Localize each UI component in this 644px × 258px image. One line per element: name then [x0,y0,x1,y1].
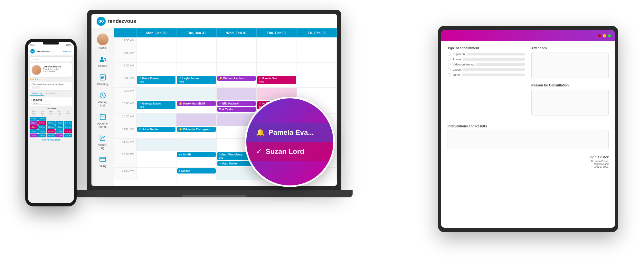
appointment-william-leblanc[interactable]: 🔔 William Leblanc [217,76,256,81]
tablet-attendees: Attendees [531,46,609,78]
cal-header-empty [114,28,137,37]
tablet-radio-group: In person Phone Vide [448,53,525,76]
phone-app-header: GO rendezvous Français [28,48,74,55]
logo-icon: GO [97,17,106,26]
phone-slot [55,117,63,121]
phone-screen: 9:41 100% GO rendezvous Français search [28,42,74,203]
sidebar-appointments-label: Appoint-ments [97,122,108,128]
phone-language[interactable]: Français [63,50,71,53]
appointment-moore[interactable]: e Moore [177,168,215,174]
phone-slot: 3:00 pm [30,121,38,125]
tablet-reason-content: Reason for Consultation [531,84,609,119]
sidebar-avatar [97,34,109,45]
phone-slot: 1:00 am [64,125,72,129]
appt-bell: 🔔 [179,102,183,105]
tablet-radio-phone[interactable]: Phone [448,58,525,61]
appt-check: ✓ [259,77,262,80]
sidebar-item-waiting-list[interactable]: WaitingList [91,88,114,110]
popup-item-pamela[interactable]: 🔔 Pamela Eva... [246,123,333,142]
phone-slot: 5:00 pm [38,129,46,133]
sidebar-item-reporting[interactable]: Report-ing [91,131,114,152]
tablet-titlebar [441,30,615,41]
phone-slot: 5:00 pm [38,125,46,129]
tablet-attendees-title: Attendees [531,46,609,50]
appt-bell: 🔔 [219,77,223,80]
tablet-sig-title: Psychologist [448,163,609,165]
tablet-sig-date: May 2, 2021 [448,165,609,168]
laptop-device: GO rendezvous Profile [87,10,341,229]
phone-week-label: This Week [30,107,72,110]
phone-slot: 9:00 am [55,121,63,125]
tablet-two-col: Type of appointment In person Phone [448,46,609,78]
tablet-sig-name: Dr. Jean Foster [448,160,609,163]
phone-tab-information[interactable]: Information [44,91,59,95]
tablet-reason-box[interactable] [531,90,609,115]
sidebar-item-profile[interactable]: Profile [91,31,114,52]
sidebar-item-clients[interactable]: Clients [91,52,114,70]
tablet-appointment-type: Type of appointment In person Phone [448,46,525,78]
appointment-george-davis[interactable]: ✓ George Davis Paid [137,101,175,109]
svg-rect-7 [100,114,105,120]
tablet-dot-red[interactable] [598,34,601,37]
appointment-elle-padeski[interactable]: ✓ Elle Padeski [217,101,256,106]
appointment-randa-sue[interactable]: ✓ Randa Sue Paid [257,76,296,84]
tablet-dot-green[interactable] [608,34,611,37]
sidebar-item-appointments[interactable]: Appoint-ments [91,110,114,131]
popup-check-icon: ✓ [256,147,262,156]
appointment-harry-mansfield[interactable]: 🔔 Harry Mansfield [177,101,215,106]
tablet-radio-group-opt[interactable]: Group [448,68,525,71]
tablet-attendees-box[interactable] [531,53,609,78]
appt-check: ✓ [219,162,223,165]
tablet-reason-title: Reason for Consultation [531,84,609,87]
appointment-kiera-byrne[interactable]: ✓ Kiera Byrne Paid [137,76,175,84]
sidebar-item-charting[interactable]: Charting [91,70,114,88]
cal-header-thu: Thu, Feb 02 [257,28,297,37]
appointment-layla-james[interactable]: ✓ Layla James Paid [177,76,215,84]
tablet-radio-in-person[interactable]: In person [448,53,525,56]
appointment-es-smith[interactable]: es Smith [177,152,215,157]
phone-slot: 1:00 am [47,125,55,129]
phone-search-bar[interactable]: search [30,56,72,62]
popup-circle: 🔔 Pamela Eva... ✓ Suzan Lord [245,97,335,187]
phone-slot: 1:00 am [30,125,38,129]
waiting-icon [98,91,107,100]
logo-text: rendezvous [108,18,136,24]
phone-logo-text: rendezvous [36,50,50,53]
phone-slot: 9:00 am [47,121,55,125]
cal-header-tue: Tue, Jan 31 [176,28,216,37]
phone-slot: 1:00 pm [55,129,63,133]
phone-slot: 3:00 am [64,134,72,137]
appointments-icon [98,112,107,121]
sidebar-item-billing[interactable]: Billing [91,152,114,170]
tablet-interventions-box[interactable] [448,130,609,149]
phone-profile-name: Jessica Martin [43,65,70,68]
phone-tab-availability[interactable]: Availability [30,91,44,96]
phone-slot: 1:00 pm [47,134,55,137]
charting-icon [98,73,107,82]
appt-check: ✓ [139,77,142,80]
cal-header-wed: Wed, Feb 01 [217,28,257,37]
phone-rating: ★★★★☆ [30,78,72,81]
tablet-radio-other[interactable]: Other [448,73,525,76]
phone-slot: 1:00 am [55,125,63,129]
phone-view-all[interactable]: View All Availability [28,139,74,141]
phone-profile-card: Jessica Martin Physiotherapist Clinic Mo… [30,63,72,77]
phone-logo: GO rendezvous [30,49,50,54]
app-header: GO rendezvous [91,14,337,28]
sidebar-billing-label: Billing [99,164,106,168]
tablet-radio-videoconference[interactable]: Videoconference [448,63,525,66]
popup-item-suzan[interactable]: ✓ Suzan Lord [246,142,333,161]
tablet-device: Type of appointment In person Phone [438,26,618,232]
appointment-erik-taylor[interactable]: Erik Taylor [217,107,256,112]
phone-week-grid: 2:00 pm 3:00 pm 1:00 am 1:00 pm 1:00 pm … [30,117,72,137]
phone-profile-info: Jessica Martin Physiotherapist Clinic Mo… [43,65,70,73]
reporting-icon [98,134,107,143]
appointment-eduardo-rodriguez[interactable]: 🔔 Eduardo Rodriguez [177,127,215,132]
tablet-dot-yellow[interactable] [603,34,606,37]
phone-slot: 3:00 pm [64,129,72,133]
appointment-john-daule[interactable]: ✓ John Daule [137,127,175,132]
cal-header-mon: Mon, Jan 30 [137,28,176,37]
radio-circle [448,53,451,56]
appt-check: ✓ [139,102,142,105]
sidebar-profile-label: Profile [99,46,107,50]
